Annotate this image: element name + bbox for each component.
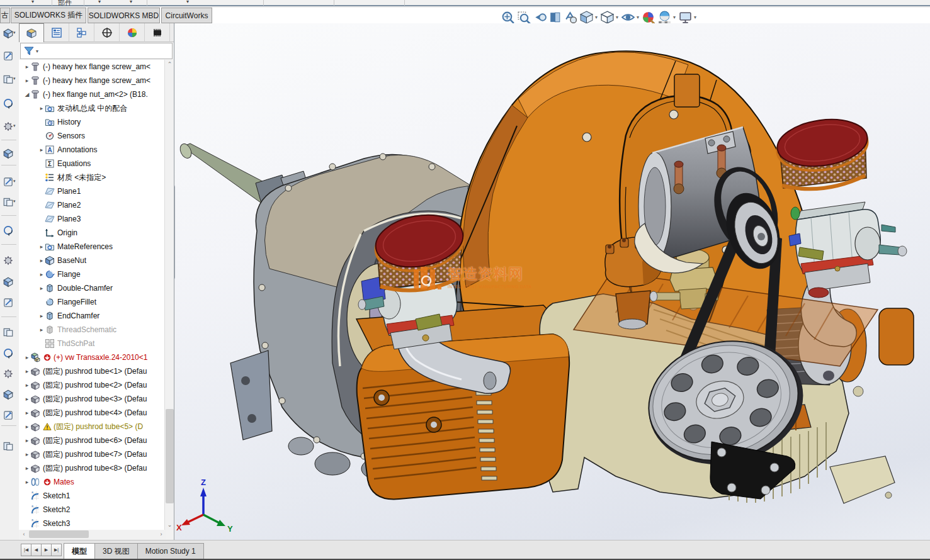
expand-closed-icon[interactable]: ▸ (24, 368, 30, 374)
tree-item[interactable]: Origin (19, 226, 174, 240)
expand-closed-icon[interactable]: ▸ (38, 257, 45, 264)
expand-closed-icon[interactable]: ▸ (24, 354, 30, 361)
ghost-tool-icon[interactable] (3, 297, 14, 311)
select-tool-caret[interactable]: ▾ (13, 30, 16, 35)
apply-scene-icon[interactable] (657, 10, 672, 25)
tree-item[interactable]: ▸(固定) pushrod tube<4> (Defau (19, 406, 174, 420)
box-tool-icon[interactable] (3, 368, 14, 382)
scroll-down-icon[interactable]: ⌄ (165, 520, 174, 530)
extrude-tool-icon[interactable] (3, 176, 14, 190)
display-style-caret[interactable]: ▾ (616, 14, 618, 20)
tree-item[interactable]: ▸(-) heavy hex flange screw_am< (19, 60, 174, 74)
expand-closed-icon[interactable]: ▸ (38, 271, 45, 277)
scroll-up-icon[interactable]: ⌃ (165, 60, 174, 69)
expand-closed-icon[interactable]: ▸ (38, 244, 45, 250)
tree-item[interactable]: ▸Mates (19, 475, 174, 489)
view-orientation-caret[interactable]: ▾ (595, 14, 598, 20)
tree-item[interactable]: Plane2 (19, 198, 174, 212)
copy-tool-caret[interactable]: ▾ (13, 76, 16, 81)
select-tool-icon[interactable] (3, 28, 14, 42)
tree-item[interactable]: ThdSchPat (19, 337, 174, 350)
ribbon-tab-circuitworks[interactable]: CircuitWorks (161, 8, 212, 23)
tree-item[interactable]: ▸Double-Chamfer (19, 281, 174, 295)
graphics-area[interactable]: 智造资料网 INTELLIGENT MANUFACTURING DATA Z X… (175, 23, 930, 540)
tree-item[interactable]: ▸Annotations (19, 143, 174, 157)
expand-closed-icon[interactable]: ▸ (38, 313, 45, 319)
expand-closed-icon[interactable]: ▸ (24, 77, 30, 84)
zoom-fit-icon[interactable] (501, 10, 515, 25)
cube-tool-icon[interactable] (3, 389, 14, 403)
tree-item[interactable]: ▸(+) vw Transaxle.24-2010<1 (19, 350, 174, 364)
expand-closed-icon[interactable]: ▸ (24, 423, 30, 430)
apply-scene-caret[interactable]: ▾ (673, 14, 676, 20)
tree-item[interactable]: Sketch3 (19, 517, 174, 530)
tree-item[interactable]: Plane3 (19, 212, 174, 226)
tree-horizontal-scrollbar[interactable]: ‹ › (20, 530, 166, 539)
gear-tool-icon[interactable] (3, 225, 14, 238)
previous-view-icon[interactable] (532, 10, 547, 25)
tree-item[interactable]: Equations (19, 157, 174, 171)
section-view-icon[interactable] (548, 10, 562, 25)
panel-tab-featuremanager[interactable] (19, 23, 44, 42)
smallpart-tool-icon[interactable] (3, 276, 14, 290)
tree-item[interactable]: ▸EndChamfer (19, 309, 174, 323)
expand-closed-icon[interactable]: ▸ (24, 465, 30, 471)
scrollbar-thumb[interactable] (29, 530, 89, 538)
expand-closed-icon[interactable]: ▸ (24, 437, 30, 444)
ribbon-tab-solidworks-mbd[interactable]: SOLIDWORKS MBD (88, 8, 160, 23)
expand-closed-icon[interactable]: ▸ (38, 105, 45, 111)
expand-closed-icon[interactable]: ▸ (24, 451, 30, 457)
expand-open-icon[interactable]: ◢ (24, 91, 30, 98)
tree-item[interactable]: ▸ThreadSchematic (19, 323, 174, 337)
tab-nav-buttons[interactable]: |◀ ◀ ▶ ▶| (21, 544, 61, 556)
edit-appearance-icon[interactable] (642, 10, 656, 25)
tree-item[interactable]: Sketch2 (19, 503, 174, 517)
annotation-view-icon[interactable] (564, 10, 578, 25)
tree-item[interactable]: ▸(-) heavy hex flange screw_am< (19, 74, 174, 87)
bottom-tab-model[interactable]: 模型 (64, 543, 95, 559)
tree-item[interactable]: ▸(固定) pushrod tube<5> (D (19, 420, 174, 434)
expand-closed-icon[interactable]: ▸ (24, 479, 30, 485)
hide-show-items-caret[interactable]: ▾ (637, 14, 639, 20)
bottom-tab-motion-study[interactable]: Motion Study 1 (137, 543, 204, 559)
tab-nav-last[interactable]: ▶| (51, 544, 62, 556)
plane-tool-icon[interactable] (3, 327, 14, 340)
sketch-tool-icon[interactable] (3, 50, 14, 64)
panel-tab-propertymanager[interactable] (44, 23, 69, 42)
assembly-tool-icon[interactable] (3, 255, 14, 269)
tree-item[interactable]: ▸(固定) pushrod tube<6> (Defau (19, 434, 174, 447)
paste-tool-icon[interactable] (3, 98, 14, 111)
scroll-right-icon[interactable]: › (157, 530, 166, 539)
tree-filter[interactable]: ▾ (20, 43, 173, 59)
ribbon-tab-partial[interactable]: 古 (0, 8, 10, 23)
scene-tool-icon[interactable] (3, 440, 14, 454)
copy-tool-icon[interactable] (3, 74, 14, 87)
tab-nav-next[interactable]: ▶ (41, 544, 52, 556)
panel-tab-dimxpertmanager[interactable] (94, 23, 120, 42)
revolve-tool-caret[interactable]: ▾ (13, 199, 16, 204)
view-settings-caret[interactable]: ▾ (694, 14, 696, 20)
tree-item[interactable]: Sketch1 (19, 489, 174, 503)
bottom-tab-3d-views[interactable]: 3D 视图 (94, 543, 138, 559)
hide-show-items-icon[interactable] (621, 10, 635, 25)
expand-closed-icon[interactable]: ▸ (38, 327, 45, 333)
panel-tab-configurationmanager[interactable] (69, 23, 94, 42)
tree-item[interactable]: Sensors (19, 129, 174, 143)
expand-closed-icon[interactable]: ▸ (38, 147, 45, 153)
tree-item[interactable]: FlangeFillet (19, 295, 174, 309)
display-style-icon[interactable] (600, 10, 615, 25)
tree-item[interactable]: ▸MateReferences (19, 240, 174, 254)
tree-item[interactable]: ▸(固定) pushrod tube<7> (Defau (19, 447, 174, 461)
tree-item[interactable]: ▸(固定) pushrod tube<1> (Defau (19, 364, 174, 378)
zoom-area-icon[interactable] (516, 10, 531, 25)
expand-closed-icon[interactable]: ▸ (38, 285, 45, 291)
scroll-left-icon[interactable]: ‹ (20, 530, 28, 539)
revolve-tool-icon[interactable] (3, 196, 14, 210)
view-orientation-icon[interactable] (579, 10, 594, 25)
tree-item[interactable]: ▸发动机总成 中的配合 (19, 101, 174, 115)
panel-tab-circuitworks[interactable] (145, 23, 170, 42)
expand-closed-icon[interactable]: ▸ (24, 410, 30, 416)
expand-closed-icon[interactable]: ▸ (24, 64, 30, 70)
tree-item[interactable]: ◢(-) hex flange nut_am<2> (B18. (19, 87, 174, 101)
tree-item[interactable]: ▸(固定) pushrod tube<8> (Defau (19, 461, 174, 475)
